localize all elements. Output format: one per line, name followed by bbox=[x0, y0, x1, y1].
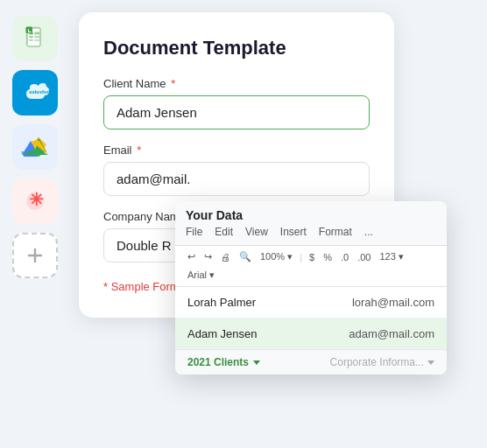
toolbar-paintformat[interactable]: 🔍 bbox=[237, 250, 253, 263]
spreadsheet-menu: File Edit View Insert Format ... bbox=[186, 226, 436, 238]
client-name-input[interactable] bbox=[103, 95, 370, 130]
spreadsheet-toolbar: ↩ ↪ 🖨 🔍 100% ▾ | $ % .0 .00 123 ▾ Arial … bbox=[175, 246, 447, 287]
spreadsheet-title: Your Data bbox=[186, 208, 436, 222]
form-title: Document Template bbox=[103, 37, 370, 60]
toolbar-currency[interactable]: $ bbox=[307, 251, 316, 263]
sidebar-icon-drive[interactable] bbox=[12, 124, 58, 170]
spreadsheet-header: Your Data File Edit View Insert Format .… bbox=[175, 201, 447, 246]
sheet-tab-label: 2021 Clients bbox=[187, 356, 249, 368]
toolbar-undo[interactable]: ↩ bbox=[186, 250, 197, 263]
sheet-col-label-text: Corporate Informa... bbox=[330, 356, 424, 368]
menu-file[interactable]: File bbox=[186, 226, 202, 238]
toolbar-redo[interactable]: ↪ bbox=[202, 250, 214, 263]
sidebar-icon-asterisk[interactable]: ✳ bbox=[12, 178, 58, 224]
svg-text:salesforce: salesforce bbox=[29, 89, 50, 94]
client-name-label: Client Name * bbox=[103, 77, 370, 90]
toolbar-sep1: | bbox=[300, 252, 302, 262]
table-row[interactable]: Lorah Palmer lorah@mail.com bbox=[175, 287, 447, 318]
svg-rect-6 bbox=[29, 39, 33, 41]
svg-rect-7 bbox=[34, 39, 39, 41]
toolbar-percent[interactable]: % bbox=[321, 251, 334, 263]
menu-view[interactable]: View bbox=[245, 226, 268, 238]
menu-more[interactable]: ... bbox=[364, 226, 373, 238]
toolbar-font[interactable]: Arial ▾ bbox=[186, 269, 216, 282]
spreadsheet-body: Lorah Palmer lorah@mail.com Adam Jensen … bbox=[175, 287, 447, 349]
svg-text:✳: ✳ bbox=[29, 190, 44, 209]
menu-edit[interactable]: Edit bbox=[215, 226, 233, 238]
table-row[interactable]: Adam Jensen adam@mail.com bbox=[175, 318, 447, 349]
sidebar-icon-add[interactable] bbox=[12, 233, 58, 278]
row1-email: lorah@mail.com bbox=[311, 296, 434, 309]
svg-rect-5 bbox=[34, 36, 39, 38]
svg-rect-4 bbox=[29, 36, 33, 38]
col-chevron-icon bbox=[427, 360, 434, 365]
required-star-1: * bbox=[168, 77, 176, 90]
spreadsheet-popup: Your Data File Edit View Insert Format .… bbox=[175, 201, 447, 374]
svg-rect-3 bbox=[34, 32, 39, 35]
sheet-col-label: Corporate Informa... bbox=[330, 356, 434, 368]
toolbar-dec-places[interactable]: .0 bbox=[339, 251, 350, 263]
spreadsheet-footer: 2021 Clients Corporate Informa... bbox=[175, 349, 447, 374]
row2-email: adam@mail.com bbox=[311, 327, 434, 340]
email-input[interactable] bbox=[103, 162, 370, 196]
email-label: Email * bbox=[103, 144, 370, 157]
sheet-tab[interactable]: 2021 Clients bbox=[187, 356, 260, 368]
menu-format[interactable]: Format bbox=[319, 226, 352, 238]
scene: salesforce ✳ bbox=[0, 0, 487, 448]
required-star-2: * bbox=[134, 144, 142, 157]
row2-name: Adam Jensen bbox=[187, 327, 311, 340]
menu-insert[interactable]: Insert bbox=[280, 226, 307, 238]
sidebar: salesforce ✳ bbox=[12, 16, 58, 278]
row1-name: Lorah Palmer bbox=[187, 296, 311, 309]
toolbar-format-num[interactable]: 123 ▾ bbox=[378, 250, 405, 263]
toolbar-print[interactable]: 🖨 bbox=[219, 251, 232, 263]
toolbar-zoom[interactable]: 100% ▾ bbox=[258, 250, 294, 263]
sheet-tab-chevron-icon bbox=[253, 360, 260, 365]
sidebar-icon-sheets[interactable] bbox=[12, 16, 58, 61]
sidebar-icon-salesforce[interactable]: salesforce bbox=[12, 70, 58, 116]
toolbar-more-places[interactable]: .00 bbox=[356, 251, 372, 263]
